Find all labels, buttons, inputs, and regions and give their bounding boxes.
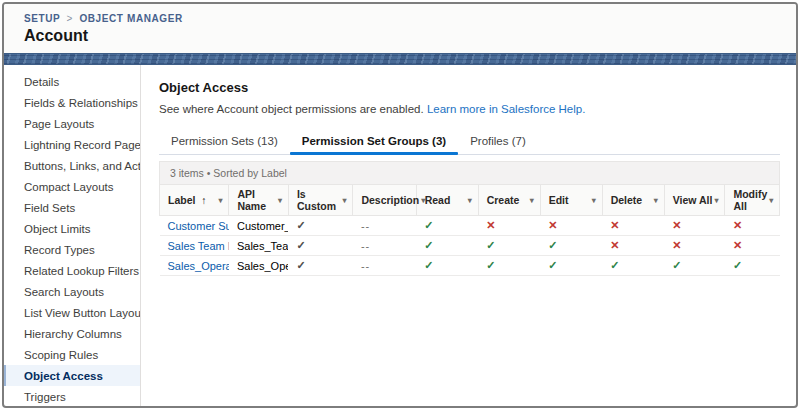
sidebar-item-hierarchy-columns[interactable]: Hierarchy Columns (4, 323, 140, 344)
check-icon: ✓ (548, 239, 557, 251)
chevron-down-icon[interactable]: ▾ (466, 196, 474, 205)
check-icon: ✓ (296, 239, 305, 251)
setup-page-header: SETUP > OBJECT MANAGER Account (4, 4, 796, 53)
table-row: Sales_Operatio...Sales_Operatio...✓--✓✓✓… (160, 256, 780, 276)
tab-permission-set-groups-3[interactable]: Permission Set Groups (3) (290, 129, 458, 154)
column-header-create[interactable]: Create▾ (478, 185, 540, 216)
sidebar-item-fields-relationships[interactable]: Fields & Relationships (4, 92, 140, 113)
chevron-down-icon[interactable]: ▾ (528, 196, 536, 205)
check-icon: ✓ (296, 259, 305, 271)
sort-ascending-icon: ↑ (198, 194, 206, 206)
cell-label: Sales_Operatio... (160, 256, 229, 276)
cell-delete: ✕ (602, 236, 664, 256)
cell-modify-all: ✓ (725, 256, 780, 276)
breadcrumb-separator: > (67, 13, 73, 24)
column-header-label[interactable]: Label ↑▾ (160, 185, 229, 216)
column-label: Read (425, 194, 451, 206)
column-label: Description (361, 194, 419, 206)
cell-view-all: ✓ (664, 256, 725, 276)
check-icon: ✓ (486, 239, 495, 251)
empty-value-dash: -- (361, 260, 370, 272)
check-icon: ✓ (424, 259, 433, 271)
x-icon: ✕ (672, 219, 681, 231)
table-row: Customer Sup...Customer_Sup...✓--✓✕✕✕✕✕ (160, 216, 780, 236)
column-label: Delete (611, 194, 643, 206)
check-icon: ✓ (672, 259, 681, 271)
column-header-view-all[interactable]: View All▾ (664, 185, 725, 216)
tab-permission-sets-13[interactable]: Permission Sets (13) (159, 129, 290, 154)
column-header-description[interactable]: Description▾ (353, 185, 416, 216)
sidebar-item-search-layouts[interactable]: Search Layouts (4, 281, 140, 302)
chevron-down-icon[interactable]: ▾ (276, 196, 284, 205)
cell-is-custom: ✓ (288, 256, 352, 276)
sidebar-item-object-limits[interactable]: Object Limits (4, 218, 140, 239)
permissions-tabs: Permission Sets (13)Permission Set Group… (159, 129, 780, 155)
chevron-down-icon[interactable]: ▾ (340, 196, 348, 205)
x-icon: ✕ (733, 239, 742, 251)
cell-edit: ✕ (540, 216, 602, 236)
cell-api-name: Sales_Operatio... (229, 256, 289, 276)
sidebar-item-object-access[interactable]: Object Access (4, 365, 140, 386)
cell-read: ✓ (416, 216, 478, 236)
column-header-api-name[interactable]: API Name▾ (229, 185, 289, 216)
column-label: Is Custom (297, 188, 340, 212)
sidebar-item-page-layouts[interactable]: Page Layouts (4, 113, 140, 134)
cell-read: ✓ (416, 236, 478, 256)
cell-modify-all: ✕ (725, 216, 780, 236)
cell-description: -- (353, 236, 416, 256)
sidebar-item-buttons-links-and-actions[interactable]: Buttons, Links, and Actions (4, 155, 140, 176)
check-icon: ✓ (296, 219, 305, 231)
cell-create: ✕ (478, 216, 540, 236)
sidebar-item-triggers[interactable]: Triggers (4, 386, 140, 406)
breadcrumb-object-manager-link[interactable]: OBJECT MANAGER (79, 13, 182, 24)
cell-delete: ✓ (602, 256, 664, 276)
row-label-link[interactable]: Sales Team Me... (168, 240, 229, 252)
cell-api-name: Sales_Team_M... (229, 236, 289, 256)
table-body: Customer Sup...Customer_Sup...✓--✓✕✕✕✕✕S… (160, 216, 780, 276)
permissions-table: Label ↑▾API Name▾Is Custom▾Description▾R… (159, 184, 780, 276)
sidebar-item-field-sets[interactable]: Field Sets (4, 197, 140, 218)
chevron-down-icon[interactable]: ▾ (590, 196, 598, 205)
row-label-link[interactable]: Sales_Operatio... (168, 260, 229, 272)
column-header-read[interactable]: Read▾ (416, 185, 478, 216)
sidebar-item-scoping-rules[interactable]: Scoping Rules (4, 344, 140, 365)
sidebar-item-compact-layouts[interactable]: Compact Layouts (4, 176, 140, 197)
column-label: Create (487, 194, 520, 206)
x-icon: ✕ (486, 219, 495, 231)
column-label: View All (673, 194, 713, 206)
check-icon: ✓ (424, 239, 433, 251)
sidebar-item-list-view-button-layout[interactable]: List View Button Layout (4, 302, 140, 323)
chevron-down-icon[interactable]: ▾ (767, 196, 775, 205)
sidebar-item-details[interactable]: Details (4, 71, 140, 92)
chevron-down-icon[interactable]: ▾ (712, 196, 720, 205)
list-status-bar: 3 items • Sorted by Label (159, 161, 780, 184)
table-header-row: Label ↑▾API Name▾Is Custom▾Description▾R… (160, 185, 780, 216)
object-manager-sidebar: DetailsFields & RelationshipsPage Layout… (4, 65, 141, 406)
column-header-is-custom[interactable]: Is Custom▾ (288, 185, 352, 216)
tab-profiles-7[interactable]: Profiles (7) (458, 129, 538, 154)
breadcrumb-setup-link[interactable]: SETUP (24, 13, 60, 24)
cell-api-name: Customer_Sup... (229, 216, 289, 236)
column-header-edit[interactable]: Edit▾ (540, 185, 602, 216)
sidebar-item-record-types[interactable]: Record Types (4, 239, 140, 260)
cell-create: ✓ (478, 236, 540, 256)
check-icon: ✓ (548, 259, 557, 271)
app-window: SETUP > OBJECT MANAGER Account DetailsFi… (2, 2, 798, 408)
sidebar-item-related-lookup-filters[interactable]: Related Lookup Filters (4, 260, 140, 281)
help-link[interactable]: Learn more in Salesforce Help. (427, 103, 586, 115)
section-description: See where Account object permissions are… (159, 103, 780, 115)
column-label: API Name (237, 188, 276, 212)
cell-is-custom: ✓ (288, 236, 352, 256)
sidebar-item-lightning-record-pages[interactable]: Lightning Record Pages (4, 134, 140, 155)
chevron-down-icon[interactable]: ▾ (216, 196, 224, 205)
column-header-modify-all[interactable]: Modify All▾ (725, 185, 780, 216)
column-header-delete[interactable]: Delete▾ (602, 185, 664, 216)
table-row: Sales Team Me...Sales_Team_M...✓--✓✓✓✕✕✕ (160, 236, 780, 256)
check-icon: ✓ (733, 259, 742, 271)
chevron-down-icon[interactable]: ▾ (652, 196, 660, 205)
cell-edit: ✓ (540, 236, 602, 256)
cell-label: Sales Team Me... (160, 236, 229, 256)
setup-texture-banner (4, 53, 796, 65)
empty-value-dash: -- (361, 240, 370, 252)
row-label-link[interactable]: Customer Sup... (168, 220, 229, 232)
